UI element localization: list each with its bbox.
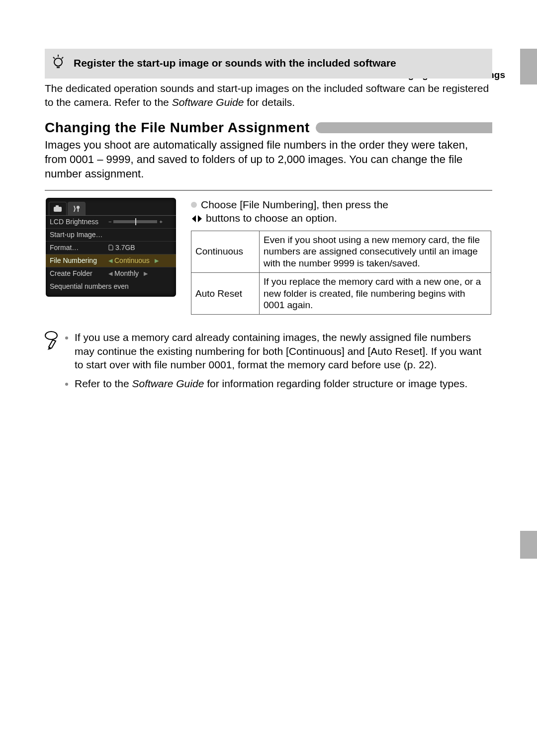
camera-lcd-screenshot: LCD Brightness −+ Start-up Image… Format… [46,198,176,297]
camera-tab-icon [49,202,67,215]
left-right-button-icon [191,213,203,226]
pencil-note-icon [44,331,59,396]
lightbulb-icon [52,54,65,74]
svg-point-3 [45,332,57,339]
tip-box: Register the start-up image or sounds wi… [45,49,492,79]
tools-tab-icon [68,202,86,215]
side-tab-top [520,49,537,84]
section-body: Images you shoot are automatically assig… [45,138,492,181]
options-table: ContinuousEven if you shoot using a new … [191,231,491,315]
step-bullet [191,202,197,208]
svg-rect-2 [56,205,59,207]
table-row: ContinuousEven if you shoot using a new … [191,231,491,272]
page-ref-link[interactable]: (p. 22) [404,359,434,370]
tip-heading: Register the start-up image or sounds wi… [74,57,396,69]
section-divider [316,122,492,133]
note-block: If you use a memory card already contain… [44,331,491,396]
table-row: Auto ResetIf you replace the memory card… [191,272,491,314]
instruction-text: Choose [File Numbering], then press the … [191,198,491,227]
side-tab-mid [520,531,537,559]
svg-rect-1 [54,207,62,212]
lcd-row-file-numbering: File Numbering ◀Continuous▶ [46,254,176,267]
svg-point-0 [54,58,62,66]
section-title: Changing the File Number Assignment [45,120,310,136]
tip-body: The dedicated operation sounds and start… [45,82,492,109]
horizontal-rule [45,190,492,191]
